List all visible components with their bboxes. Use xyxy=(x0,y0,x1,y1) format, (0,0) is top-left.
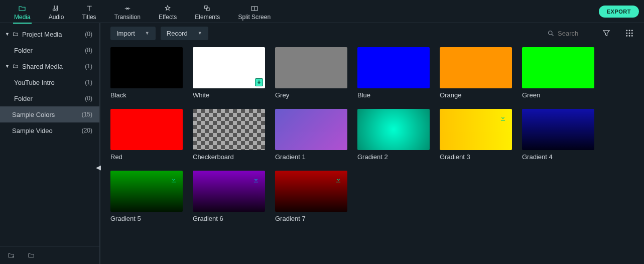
color-label: White xyxy=(193,91,265,99)
chevron-down-icon: ▼ xyxy=(198,31,202,36)
color-thumbnail[interactable] xyxy=(110,109,183,150)
color-card-green[interactable]: Green xyxy=(522,47,594,99)
svg-point-6 xyxy=(626,30,627,31)
tab-label: Titles xyxy=(82,14,96,21)
search-box[interactable] xyxy=(547,30,588,37)
color-label: Checkerboard xyxy=(193,153,265,161)
add-icon[interactable]: + xyxy=(255,78,263,86)
color-label: Blue xyxy=(357,91,430,99)
tab-transition[interactable]: Transition xyxy=(105,3,150,21)
transition-icon xyxy=(122,5,133,13)
sidebar-item-count: (0) xyxy=(85,95,92,102)
color-thumbnail[interactable] xyxy=(193,171,265,212)
main-header: Import ▼ Record ▼ xyxy=(100,23,644,43)
splitscreen-icon xyxy=(249,5,260,13)
color-card-gradient-7[interactable]: Gradient 7 xyxy=(275,171,347,222)
color-card-white[interactable]: +White xyxy=(193,47,265,99)
sidebar-item-label: Project Media xyxy=(22,31,85,38)
sidebar-item-folder[interactable]: Folder(0) xyxy=(0,90,99,106)
color-card-gradient-3[interactable]: Gradient 3 xyxy=(440,109,512,161)
disclosure-triangle-icon[interactable]: ▼ xyxy=(5,32,10,37)
tab-label: Elements xyxy=(195,14,220,21)
audio-icon xyxy=(51,5,61,13)
elements-icon xyxy=(202,5,212,13)
color-thumbnail[interactable] xyxy=(275,109,347,150)
color-label: Black xyxy=(110,91,183,99)
download-icon[interactable] xyxy=(170,176,178,184)
color-card-gradient-2[interactable]: Gradient 2 xyxy=(357,109,430,161)
color-label: Gradient 7 xyxy=(275,215,347,222)
color-card-black[interactable]: Black xyxy=(110,47,183,99)
tab-audio[interactable]: Audio xyxy=(40,3,73,21)
tab-titles[interactable]: Titles xyxy=(73,3,105,21)
color-thumbnail[interactable] xyxy=(275,171,347,212)
sidebar-footer xyxy=(0,246,99,264)
color-card-gradient-6[interactable]: Gradient 6 xyxy=(193,171,265,222)
color-card-red[interactable]: Red xyxy=(110,109,183,161)
sidebar-item-shared-media[interactable]: ▼Shared Media(1) xyxy=(0,58,99,74)
sidebar-item-project-media[interactable]: ▼Project Media(0) xyxy=(0,26,99,42)
tab-splitscreen[interactable]: Split Screen xyxy=(229,3,280,21)
color-thumbnail[interactable]: + xyxy=(193,47,265,88)
tab-elements[interactable]: Elements xyxy=(186,3,229,21)
color-thumbnail[interactable] xyxy=(522,47,594,88)
tab-label: Audio xyxy=(49,14,64,21)
color-thumbnail[interactable] xyxy=(110,171,183,212)
disclosure-triangle-icon[interactable]: ▼ xyxy=(5,64,10,69)
record-dropdown[interactable]: Record ▼ xyxy=(161,27,208,40)
color-label: Grey xyxy=(275,91,347,99)
color-thumbnail[interactable] xyxy=(357,109,430,150)
search-icon xyxy=(547,30,555,37)
color-thumbnail[interactable] xyxy=(440,109,512,150)
color-thumbnail[interactable] xyxy=(110,47,183,88)
sidebar-item-label: Sample Video xyxy=(12,127,82,135)
grid-view-icon[interactable] xyxy=(625,29,634,38)
tab-media[interactable]: Media xyxy=(5,3,40,21)
sidebar-item-count: (20) xyxy=(82,127,92,134)
color-card-blue[interactable]: Blue xyxy=(357,47,430,99)
sidebar-item-label: Folder xyxy=(14,47,85,54)
tab-effects[interactable]: Effects xyxy=(150,3,186,21)
svg-point-13 xyxy=(629,35,630,37)
svg-line-5 xyxy=(552,34,553,36)
sidebar-item-sample-video[interactable]: Sample Video(20) xyxy=(0,122,99,139)
color-label: Red xyxy=(110,153,183,161)
record-label: Record xyxy=(167,30,188,37)
folder-icon[interactable] xyxy=(27,252,35,259)
sidebar-item-count: (8) xyxy=(85,47,92,54)
color-thumbnail[interactable] xyxy=(193,109,265,150)
svg-point-9 xyxy=(626,33,627,34)
sidebar-item-youtube-intro[interactable]: YouTube Intro(1) xyxy=(0,74,99,90)
collapse-sidebar-handle[interactable]: ◀ xyxy=(96,160,100,175)
color-card-grey[interactable]: Grey xyxy=(275,47,347,99)
import-dropdown[interactable]: Import ▼ xyxy=(110,27,156,40)
sidebar-item-sample-colors[interactable]: Sample Colors(15) xyxy=(0,106,99,122)
sidebar-item-count: (0) xyxy=(85,31,92,38)
color-thumbnail[interactable] xyxy=(357,47,430,88)
titles-icon xyxy=(84,5,94,13)
export-button[interactable]: EXPORT xyxy=(599,6,639,18)
color-card-checkerboard[interactable]: Checkerboard xyxy=(193,109,265,161)
svg-point-11 xyxy=(631,33,633,34)
filter-icon[interactable] xyxy=(602,29,611,38)
color-card-gradient-1[interactable]: Gradient 1 xyxy=(275,109,347,161)
media-sidebar: ▼Project Media(0)Folder(8)▼Shared Media(… xyxy=(0,23,100,264)
color-thumbnail[interactable] xyxy=(275,47,347,88)
download-icon[interactable] xyxy=(334,176,342,184)
media-icon xyxy=(17,5,27,13)
download-icon[interactable] xyxy=(252,176,260,184)
color-thumbnail[interactable] xyxy=(522,109,594,150)
download-icon[interactable] xyxy=(499,114,507,122)
sidebar-item-folder[interactable]: Folder(8) xyxy=(0,42,99,58)
tab-label: Split Screen xyxy=(238,14,271,21)
color-label: Gradient 5 xyxy=(110,215,183,222)
color-card-gradient-4[interactable]: Gradient 4 xyxy=(522,109,594,161)
color-label: Gradient 1 xyxy=(275,153,347,161)
color-card-orange[interactable]: Orange xyxy=(440,47,512,99)
search-input[interactable] xyxy=(558,30,588,37)
color-card-gradient-5[interactable]: Gradient 5 xyxy=(110,171,183,222)
add-folder-icon[interactable] xyxy=(7,252,15,259)
sidebar-item-label: Folder xyxy=(14,95,85,102)
color-thumbnail[interactable] xyxy=(440,47,512,88)
tab-label: Media xyxy=(14,14,31,21)
